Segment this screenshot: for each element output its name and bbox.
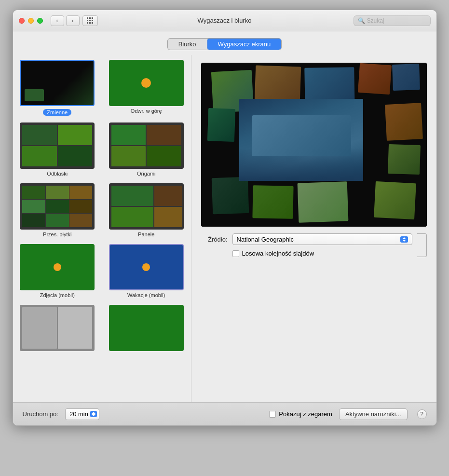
close-button[interactable] [19,18,25,24]
segment-control: Biurko Wygaszacz ekranu [167,38,282,50]
pokazuj-checkbox[interactable] [269,411,276,418]
bracket-line [417,233,427,257]
uruchom-label: Uruchom po: [23,410,58,418]
thumb-label-odblaski: Odblaski [47,171,68,177]
grid-icon [87,17,94,24]
collage-photo [358,63,392,95]
list-item[interactable]: Zmienne [18,60,97,116]
segment-wygaszacz[interactable]: Wygaszacz ekranu [207,39,282,50]
pokazuj-label: Pokazuj z zegarem [279,410,332,418]
right-panel: Źródło: National Geographic Losowa kolej… [191,55,436,402]
help-button[interactable]: ? [417,409,427,419]
arrow-up-icon [402,237,406,239]
time-value: 20 min [69,410,88,418]
list-item[interactable]: Odwr. w górę [107,60,186,116]
traffic-lights [19,18,43,24]
source-dropdown-arrow [400,236,408,243]
thumb-row2[interactable] [109,305,184,351]
main-content: Zmienne Odwr. w górę Odblaski [13,55,436,402]
time-dropdown[interactable]: 20 min [65,408,99,420]
thumb-row1[interactable] [20,305,95,351]
preview-area [201,63,427,227]
collage-photo [207,108,235,142]
source-row: Źródło: National Geographic [201,233,412,245]
time-up-icon [92,412,95,414]
back-button[interactable]: ‹ [51,15,64,26]
segment-biurko[interactable]: Biurko [168,39,207,50]
thumb-label-origami: Origami [137,171,156,177]
time-down-icon [92,414,95,416]
thumb-odwr[interactable] [109,60,184,106]
search-box[interactable]: 🔍 Szukaj [354,15,431,26]
collage-photo [255,65,301,103]
nav-buttons: ‹ › [51,15,80,26]
thumb-label-przes: Przes. płytki [43,231,71,237]
segment-row: Biurko Wygaszacz ekranu [13,31,436,55]
thumb-label-zdjecia: Zdjęcia (mobil) [40,292,75,298]
titlebar: ‹ › Wygaszacz i biurko 🔍 Szukaj [13,10,436,31]
thumb-wakacje[interactable] [109,244,184,290]
time-stepper [90,411,97,417]
random-order-checkbox[interactable] [232,250,239,257]
search-icon: 🔍 [358,17,365,24]
screensaver-list: Zmienne Odwr. w górę Odblaski [13,55,191,402]
thumb-odblaski[interactable] [20,122,95,169]
bottom-bar: Uruchom po: 20 min Pokazuj z zegarem Akt… [13,402,436,425]
collage-photo [385,103,423,141]
window-title: Wygaszacz i biurko [198,17,252,24]
random-order-label: Losowa kolejność slajdów [242,250,314,257]
collage-photo [297,181,348,222]
list-item[interactable]: Panele [107,183,186,237]
main-window: ‹ › Wygaszacz i biurko 🔍 Szukaj Biurko W… [13,10,437,426]
random-order-row: Losowa kolejność slajdów [201,250,412,257]
list-item[interactable]: Origami [107,122,186,177]
collage-photo [392,64,420,91]
collage-photo [253,185,294,218]
source-dropdown[interactable]: National Geographic [232,233,412,245]
thumb-zmienne[interactable] [20,60,95,106]
collage-photo [212,177,249,214]
thumb-origami[interactable] [109,122,184,169]
minimize-button[interactable] [28,18,34,24]
thumb-panele[interactable] [109,183,184,230]
list-item[interactable] [18,305,97,353]
thumb-przes[interactable] [20,183,95,230]
list-item[interactable] [107,305,186,353]
source-label: Źródło: [201,236,228,243]
thumb-label-panele: Panele [138,231,154,237]
collage-photo-main [239,99,363,181]
thumbnail-grid: Zmienne Odwr. w górę Odblaski [18,60,186,353]
collage-photo [374,181,416,219]
thumb-label-zmienne: Zmienne [43,109,71,116]
collage-photo [388,144,421,175]
arrow-down-icon [402,240,406,242]
thumb-label-wakacje: Wakacje (mobil) [127,292,165,298]
maximize-button[interactable] [37,18,43,24]
thumb-zdjecia[interactable] [20,244,95,290]
source-value: National Geographic [237,236,398,243]
list-item[interactable]: Przes. płytki [18,183,97,237]
list-item[interactable]: Zdjęcia (mobil) [18,244,97,298]
preview-collage [201,63,427,227]
list-item[interactable]: Odblaski [18,122,97,177]
list-item[interactable]: Wakacje (mobil) [107,244,186,298]
pokazuj-row: Pokazuj z zegarem [269,410,332,418]
grid-view-button[interactable] [82,15,98,26]
source-controls: Źródło: National Geographic Losowa kolej… [201,233,427,257]
thumb-label-odwr: Odwr. w górę [131,108,162,114]
search-placeholder: Szukaj [367,17,384,24]
forward-button[interactable]: › [66,15,80,26]
aktywne-button[interactable]: Aktywne narożniki... [339,408,408,420]
